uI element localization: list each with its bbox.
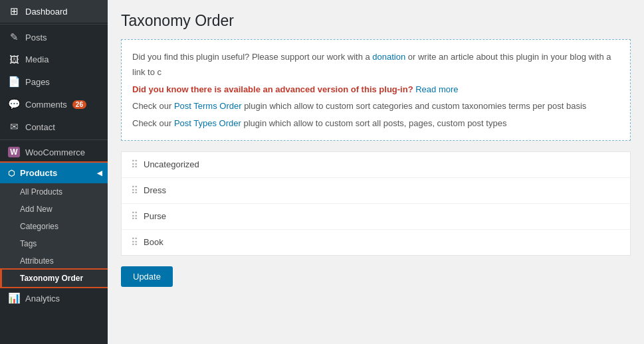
read-more-link[interactable]: Read more <box>415 84 458 94</box>
submenu-attributes[interactable]: Attributes <box>0 252 108 270</box>
info-line1: Did you find this plugin useful? Please … <box>132 49 619 80</box>
drag-item-dress[interactable]: ⠿ Dress <box>122 178 630 204</box>
donation-link[interactable]: donation <box>372 52 405 62</box>
info-line2: Did you know there is available an advan… <box>132 82 619 97</box>
media-icon: 🖼 <box>8 54 20 65</box>
post-terms-order-link[interactable]: Post Terms Order <box>174 101 242 111</box>
info-box: Did you find this plugin useful? Please … <box>121 39 631 141</box>
sidebar-item-pages[interactable]: 📄 Pages <box>0 70 108 93</box>
taxonomy-drag-list: ⠿ Uncategorized ⠿ Dress ⠿ Purse ⠿ Book <box>121 151 631 256</box>
info-line3: Check our Post Terms Order plugin which … <box>132 98 619 114</box>
sidebar-item-label: WooCommerce <box>25 147 85 157</box>
products-arrow-icon: ◀ <box>97 169 102 177</box>
sidebar-item-label: Comments <box>25 100 67 110</box>
drag-handle-icon: ⠿ <box>131 159 138 171</box>
update-button[interactable]: Update <box>121 266 173 287</box>
sidebar-item-posts[interactable]: ✎ Posts <box>0 26 108 48</box>
info-text-1: Did you find this plugin useful? Please … <box>132 52 372 62</box>
sidebar-item-contact[interactable]: ✉ Contact <box>0 116 108 138</box>
sidebar-item-label: Media <box>25 54 49 64</box>
sidebar-item-woocommerce[interactable]: W WooCommerce <box>0 141 108 163</box>
sidebar-item-label: Products <box>20 168 57 178</box>
drag-item-label: Dress <box>144 185 166 195</box>
sidebar-item-label: Contact <box>25 122 55 132</box>
analytics-icon: 📊 <box>8 292 20 304</box>
drag-handle-icon: ⠿ <box>131 236 138 248</box>
products-section: ⬡ Products ◀ All Products Add New Catego… <box>0 163 108 287</box>
dashboard-icon: ⊞ <box>8 5 20 17</box>
sidebar-item-label: Posts <box>25 33 47 43</box>
sidebar-item-products[interactable]: ⬡ Products ◀ <box>0 163 108 183</box>
sidebar-item-label: Dashboard <box>25 7 68 17</box>
submenu-add-new[interactable]: Add New <box>0 201 108 218</box>
info-text-4b: plugin which allow to custom sort all po… <box>243 118 506 128</box>
comments-badge: 26 <box>72 100 86 109</box>
info-text-2: Did you know there is available an advan… <box>132 84 413 94</box>
main-content: Taxonomy Order Did you find this plugin … <box>108 0 644 344</box>
pages-icon: 📄 <box>8 76 20 88</box>
drag-item-label: Book <box>144 237 163 247</box>
woocommerce-icon: W <box>8 147 20 157</box>
submenu-categories[interactable]: Categories <box>0 218 108 235</box>
info-line4: Check our Post Types Order plugin which … <box>132 116 619 131</box>
drag-item-label: Purse <box>144 211 166 221</box>
sidebar-item-comments[interactable]: 💬 Comments 26 <box>0 93 108 116</box>
sidebar-item-analytics[interactable]: 📊 Analytics <box>0 287 108 309</box>
comments-icon: 💬 <box>8 98 20 110</box>
products-submenu: All Products Add New Categories Tags Att… <box>0 183 108 287</box>
contact-icon: ✉ <box>8 121 20 133</box>
sidebar: ⊞ Dashboard ✎ Posts 🖼 Media 📄 Pages 💬 Co… <box>0 0 108 344</box>
submenu-tags[interactable]: Tags <box>0 235 108 252</box>
drag-handle-icon: ⠿ <box>131 211 138 222</box>
sidebar-item-label: Analytics <box>25 294 60 303</box>
post-types-order-link[interactable]: Post Types Order <box>174 118 241 128</box>
info-text-3b: plugin which allow to custom sort catego… <box>244 101 586 111</box>
posts-icon: ✎ <box>8 31 20 43</box>
info-text-4a: Check our <box>132 118 171 128</box>
drag-handle-icon: ⠿ <box>131 185 138 197</box>
submenu-taxonomy-order[interactable]: Taxonomy Order <box>0 270 108 287</box>
drag-item-uncategorized[interactable]: ⠿ Uncategorized <box>122 152 630 178</box>
submenu-all-products[interactable]: All Products <box>0 183 108 201</box>
drag-item-book[interactable]: ⠿ Book <box>122 230 630 255</box>
info-text-3a: Check our <box>132 101 171 111</box>
sidebar-item-dashboard[interactable]: ⊞ Dashboard <box>0 0 108 23</box>
page-title: Taxonomy Order <box>121 12 631 30</box>
sidebar-item-media[interactable]: 🖼 Media <box>0 48 108 70</box>
drag-item-purse[interactable]: ⠿ Purse <box>122 204 630 230</box>
sidebar-item-label: Pages <box>25 77 50 87</box>
products-icon: ⬡ <box>8 169 15 178</box>
drag-item-label: Uncategorized <box>144 159 199 169</box>
